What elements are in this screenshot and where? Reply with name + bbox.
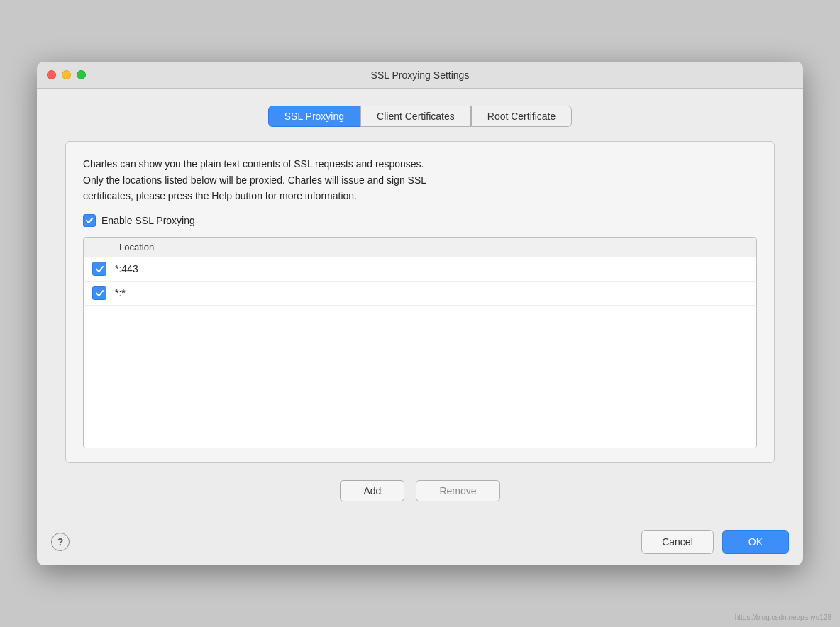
ssl-proxying-panel: Charles can show you the plain text cont…	[65, 141, 775, 462]
enable-ssl-proxying-checkbox[interactable]	[83, 214, 96, 227]
tab-root-certificate[interactable]: Root Certificate	[471, 106, 572, 127]
maximize-button[interactable]	[77, 70, 86, 79]
main-content: SSL Proxying Client Certificates Root Ce…	[37, 89, 803, 521]
tab-ssl-proxying[interactable]: SSL Proxying	[268, 106, 360, 127]
minimize-button[interactable]	[62, 70, 71, 79]
table-header-location: Location	[84, 238, 756, 257]
footer-right-buttons: Cancel OK	[641, 530, 789, 554]
close-button[interactable]	[47, 70, 56, 79]
footer: ? Cancel OK	[37, 521, 803, 565]
traffic-lights	[47, 70, 86, 79]
help-button[interactable]: ?	[51, 533, 70, 551]
row-checkbox-0[interactable]	[92, 262, 106, 276]
table-row: *:*	[84, 282, 756, 306]
description-text: Charles can show you the plain text cont…	[83, 156, 757, 204]
dialog-window: SSL Proxying Settings SSL Proxying Clien…	[37, 62, 803, 565]
window-title: SSL Proxying Settings	[371, 70, 470, 81]
tab-client-certificates[interactable]: Client Certificates	[360, 106, 471, 127]
location-table: Location *:443 *:*	[83, 237, 757, 448]
add-button[interactable]: Add	[340, 480, 404, 501]
remove-button[interactable]: Remove	[416, 480, 499, 501]
row-location-0: *:443	[115, 263, 138, 274]
titlebar: SSL Proxying Settings	[37, 62, 803, 89]
table-row: *:443	[84, 257, 756, 282]
watermark: https://blog.csdn.net/panyu128	[735, 614, 831, 621]
enable-ssl-proxying-row: Enable SSL Proxying	[83, 214, 757, 227]
tab-bar: SSL Proxying Client Certificates Root Ce…	[65, 106, 775, 127]
cancel-button[interactable]: Cancel	[641, 530, 714, 554]
add-remove-buttons: Add Remove	[65, 475, 775, 507]
table-empty-area	[84, 306, 756, 448]
enable-ssl-proxying-label: Enable SSL Proxying	[101, 215, 195, 226]
ok-button[interactable]: OK	[722, 530, 789, 554]
row-checkbox-1[interactable]	[92, 286, 106, 300]
row-location-1: *:*	[115, 287, 126, 299]
